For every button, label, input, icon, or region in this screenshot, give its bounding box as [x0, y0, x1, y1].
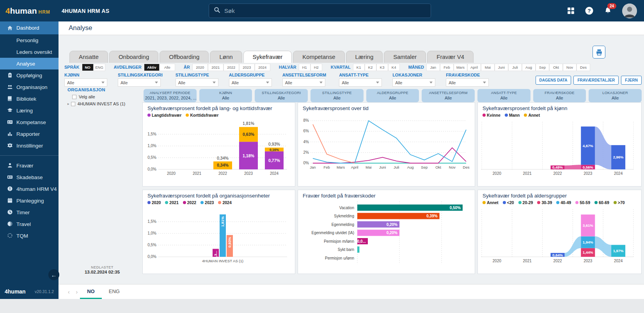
chip-value: Alle: [368, 96, 418, 100]
sidebar-item-label: Oppfølging: [16, 73, 42, 78]
filter-option-okt[interactable]: Okt: [549, 64, 563, 71]
filter-option-k2[interactable]: K2: [365, 64, 376, 71]
user-avatar[interactable]: [622, 4, 637, 18]
dropdown-select[interactable]: Alle: [282, 78, 325, 87]
sidebar-item-analyse[interactable]: Analyse: [0, 58, 59, 69]
tab-offboarding[interactable]: Offboarding: [160, 51, 209, 63]
tab-l-nn[interactable]: Lønn: [210, 51, 242, 63]
apps-grid-icon[interactable]: [567, 7, 575, 14]
dagens-data-button[interactable]: DAGENS DATA: [536, 76, 571, 85]
filter-option-aktiv[interactable]: Aktiv: [144, 64, 160, 71]
filter-option-k3[interactable]: K3: [376, 64, 388, 71]
notifications-bell-icon[interactable]: 24: [604, 7, 612, 15]
filter-option-sep[interactable]: Sep: [536, 64, 549, 71]
sidebar-item-leders-oversikt[interactable]: Leders oversikt: [0, 46, 59, 58]
sidebar-item-personlig[interactable]: Personlig: [0, 34, 59, 46]
sidebar-item-frav-r[interactable]: Fravær: [0, 160, 59, 171]
filter-option-k1[interactable]: K1: [353, 64, 365, 71]
chart-plot-c6: 202020212022202320240,64%1,44%1,94%3,61%…: [478, 205, 637, 265]
sidebar-item-tqm[interactable]: TQM: [0, 230, 59, 242]
filter-option-mars[interactable]: Mars: [454, 64, 467, 71]
language-tab-no[interactable]: NO: [80, 285, 102, 299]
fjern-button[interactable]: FJERN: [621, 76, 642, 85]
svg-text:4HUMAN INVEST AS (1): 4HUMAN INVEST AS (1): [202, 259, 243, 263]
filter-option-nov[interactable]: Nov: [563, 64, 577, 71]
sidebar-item-organisasjon[interactable]: Organisasjon: [0, 81, 59, 93]
sidebar-item-rapporter[interactable]: Rapporter: [0, 128, 59, 140]
sidebar-item-skadebase[interactable]: Skadebase: [0, 171, 59, 183]
dropdown-select[interactable]: Alle: [118, 78, 161, 87]
help-icon[interactable]: ?: [585, 6, 594, 15]
tab-sykefrav-r[interactable]: Sykefravær: [243, 51, 292, 63]
filter-option-k4[interactable]: K4: [388, 64, 400, 71]
sidebar-item-planlegging[interactable]: Planlegging: [0, 195, 59, 206]
select-all-label: Velg alle: [79, 94, 95, 99]
filter-option-h2[interactable]: H2: [310, 64, 322, 71]
tab-scroll-arrows[interactable]: ‹ ›: [68, 289, 80, 295]
language-tab-eng[interactable]: ENG: [102, 285, 127, 299]
dropdown-select[interactable]: Alle: [176, 78, 218, 87]
tree-expander-icon[interactable]: ▸: [67, 102, 69, 106]
select-all-checkbox[interactable]: [72, 95, 76, 99]
summary-chip-kj-nn[interactable]: KJØNNAlle: [199, 89, 252, 102]
filter-option-juni[interactable]: Juni: [495, 64, 508, 71]
svg-text:2024: 2024: [614, 171, 623, 176]
sidebar-item-travel[interactable]: Travel: [0, 218, 59, 230]
summary-chip-ansatt-type[interactable]: ANSATT-TYPEAlle: [477, 89, 530, 102]
sidebar-item-bibliotek[interactable]: Bibliotek: [0, 93, 59, 105]
filter-option-alle[interactable]: Alle: [160, 64, 175, 71]
filter-option-feb[interactable]: Feb: [440, 64, 454, 71]
select-all-row[interactable]: Velg alle: [67, 94, 140, 99]
tab-ansatte[interactable]: Ansatte: [69, 51, 108, 63]
tab-kompetanse[interactable]: Kompetanse: [293, 51, 344, 63]
summary-chip-aldersgruppe[interactable]: ALDERSGRUPPEAlle: [366, 89, 419, 102]
sidebar-item-4human-hrm-v4[interactable]: 4human HRM V4: [0, 183, 59, 195]
tab-samtaler[interactable]: Samtaler: [384, 51, 426, 63]
filter-option-mai[interactable]: Mai: [481, 64, 495, 71]
tab-l-ring[interactable]: Læring: [346, 51, 383, 63]
sidebar-item-timer[interactable]: Timer: [0, 206, 59, 218]
tab-frav-r-v4[interactable]: Fravær V4: [427, 51, 474, 63]
summary-chip-ansettelsesform[interactable]: ANSETTELSESFORMAlle: [422, 89, 475, 102]
filter-option-h1[interactable]: H1: [299, 64, 310, 71]
filter-option-jan[interactable]: Jan: [426, 64, 440, 71]
sidebar-item-dashbord[interactable]: Dashbord: [0, 21, 59, 34]
dropdown-select[interactable]: Alle: [339, 78, 382, 87]
search-input[interactable]: [224, 7, 412, 14]
sidebar-item-l-ring[interactable]: Læring: [0, 105, 59, 116]
filter-option-2021[interactable]: 2021: [208, 64, 224, 71]
collapse-sidebar-button[interactable]: ←: [48, 269, 59, 280]
filter-option-april[interactable]: April: [467, 64, 481, 71]
sidebar-item-kompetanse[interactable]: Kompetanse: [0, 116, 59, 128]
org-tree-node[interactable]: ▸ 4HUMAN INVEST AS (1): [67, 101, 140, 106]
tab-onboarding[interactable]: Onboarding: [109, 51, 158, 63]
dropdown-select[interactable]: Alle: [446, 78, 489, 87]
filter-option-2020[interactable]: 2020: [192, 64, 208, 71]
dropdown-select[interactable]: Alle: [64, 78, 107, 87]
summary-chip-lokasjoner[interactable]: LOKASJONERAlle: [589, 89, 642, 102]
dropdown-label: LOKASJONER: [392, 73, 433, 77]
summary-chip-analysert-periode[interactable]: ANALYSERT PERIODE2021, 2023, 2022, 2024,…: [144, 89, 197, 102]
dropdown-select[interactable]: Alle: [229, 78, 272, 87]
filter-option-juli[interactable]: Juli: [508, 64, 522, 71]
filter-option-des[interactable]: Des: [577, 64, 590, 71]
legend-item: <20: [503, 200, 514, 205]
print-button[interactable]: [593, 46, 605, 59]
frav-rdetaljer-button[interactable]: FRAVÆRDETALJER: [573, 76, 619, 85]
dropdown-lokasjoner: LOKASJONERAlle: [392, 73, 435, 87]
filter-option-2023[interactable]: 2023: [239, 64, 255, 71]
search-bar[interactable]: [209, 4, 431, 18]
filter-option-eng[interactable]: ENG: [94, 64, 105, 71]
filter-option-no[interactable]: NO: [82, 64, 94, 71]
filter-option-2022[interactable]: 2022: [224, 64, 239, 71]
filter-option-aug[interactable]: Aug: [522, 64, 536, 71]
sidebar-item-innstillinger[interactable]: Innstillinger: [0, 140, 59, 151]
dropdown-select[interactable]: Alle: [392, 78, 435, 87]
filter-option-2024[interactable]: 2024: [255, 64, 270, 71]
summary-chip-stillingskategori[interactable]: STILLINGSKATEGORIAlle: [255, 89, 308, 102]
summary-chip-stillingstype[interactable]: STILLINGSTYPEAlle: [310, 89, 364, 102]
org-node-checkbox[interactable]: [71, 102, 75, 106]
summary-chip-frav-rskode[interactable]: FRAVÆRSKODEAlle: [533, 89, 586, 102]
svg-text:4,67%: 4,67%: [583, 144, 593, 148]
sidebar-item-oppf-lging[interactable]: Oppfølging: [0, 69, 59, 81]
